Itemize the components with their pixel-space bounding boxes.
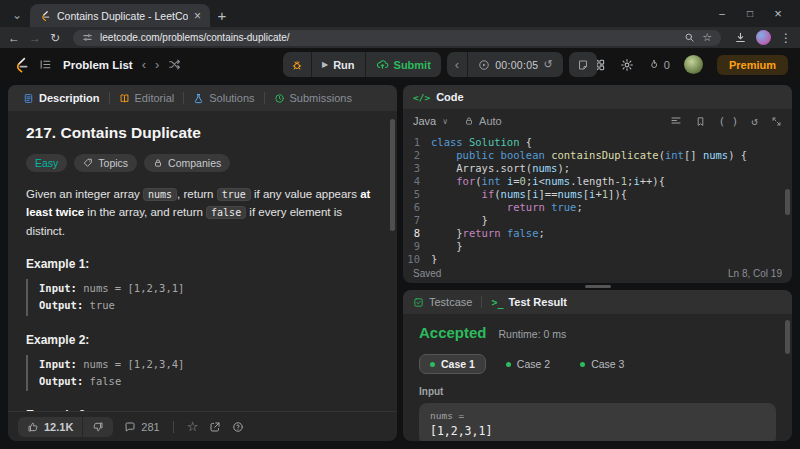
user-avatar[interactable] bbox=[684, 55, 703, 74]
code-line[interactable]: 6 return true; bbox=[403, 201, 792, 214]
site-settings-icon[interactable] bbox=[82, 32, 93, 43]
companies-label: Companies bbox=[168, 157, 221, 169]
browser-tab[interactable]: Contains Duplicate - LeetCode × bbox=[30, 4, 210, 27]
format-lines-icon[interactable] bbox=[670, 115, 682, 127]
shuffle-icon[interactable] bbox=[168, 58, 181, 71]
code-line[interactable]: 8 }return false; bbox=[403, 227, 792, 240]
code-text: Arrays.sort(nums); bbox=[431, 162, 570, 175]
zoom-icon[interactable] bbox=[684, 32, 695, 43]
daily-streak[interactable]: 0 bbox=[648, 58, 670, 71]
editor-actions: ( ) ↺ bbox=[670, 115, 783, 128]
timer-collapse-button[interactable]: ‹ bbox=[447, 52, 467, 77]
code-line[interactable]: 4 for(int i=0;i<nums.length-1;i++){ bbox=[403, 175, 792, 188]
description-footer: 12.1K 281 ☆ bbox=[8, 411, 397, 441]
bookmark-icon[interactable] bbox=[695, 116, 706, 127]
submit-button[interactable]: Submit bbox=[365, 52, 441, 77]
comments-button[interactable]: 281 bbox=[124, 421, 159, 433]
favorite-star-icon[interactable]: ☆ bbox=[187, 419, 199, 434]
timer-reset-icon[interactable]: ↺ bbox=[543, 58, 552, 71]
problem-list-label: Problem List bbox=[63, 59, 133, 71]
editor-scrollbar[interactable] bbox=[785, 189, 790, 215]
browser-menu-icon[interactable]: ⋮ bbox=[780, 31, 792, 45]
new-tab-button[interactable]: + bbox=[210, 3, 234, 27]
address-bar[interactable]: leetcode.com/problems/contains-duplicate… bbox=[73, 30, 721, 46]
note-icon bbox=[577, 59, 589, 71]
topics-badge[interactable]: Topics bbox=[74, 154, 137, 172]
streak-count: 0 bbox=[664, 59, 670, 71]
editor-toolbar: Java ∨ Auto bbox=[403, 109, 792, 133]
divider bbox=[264, 92, 265, 104]
browser-profile-avatar[interactable] bbox=[756, 30, 771, 45]
autocomplete-toggle[interactable]: Auto bbox=[464, 115, 502, 127]
code-line[interactable]: 5 if(nums[i]==nums[i+1]){ bbox=[403, 188, 792, 201]
tab-close-button[interactable]: × bbox=[194, 10, 201, 22]
next-problem-button[interactable]: › bbox=[155, 58, 159, 71]
notes-button[interactable] bbox=[569, 52, 597, 77]
panel-resize-row bbox=[403, 283, 792, 290]
close-button[interactable]: × bbox=[768, 5, 788, 21]
description-body: 217. Contains Duplicate Easy Topics Comp… bbox=[8, 111, 397, 411]
check-square-icon bbox=[413, 297, 424, 308]
fullscreen-icon[interactable] bbox=[771, 116, 782, 127]
header-right-controls: 0 Premium bbox=[592, 55, 788, 75]
code-line[interactable]: 2 public boolean containsDuplicate(int[]… bbox=[403, 149, 792, 162]
download-icon[interactable] bbox=[734, 31, 747, 44]
code-line[interactable]: 7 } bbox=[403, 214, 792, 227]
output-label: Output: bbox=[39, 299, 83, 311]
premium-button[interactable]: Premium bbox=[717, 55, 788, 75]
resize-handle[interactable] bbox=[585, 285, 611, 288]
code-text: return true; bbox=[431, 201, 583, 214]
code-text: }return false; bbox=[431, 227, 545, 240]
lock-icon bbox=[464, 116, 474, 126]
settings-gear-icon[interactable] bbox=[620, 58, 634, 72]
reload-button[interactable]: ↻ bbox=[50, 32, 60, 44]
tab-testcase[interactable]: Testcase bbox=[413, 296, 472, 308]
debugger-button[interactable] bbox=[283, 52, 311, 77]
testcase-input-box[interactable]: nums = [1,2,3,1] bbox=[419, 403, 776, 441]
leetcode-logo[interactable] bbox=[12, 56, 30, 74]
tab-submissions[interactable]: Submissions bbox=[267, 92, 359, 104]
back-button[interactable]: ← bbox=[8, 32, 20, 44]
case-1-button[interactable]: Case 1 bbox=[419, 354, 486, 374]
line-number: 7 bbox=[403, 214, 431, 227]
code-line[interactable]: 9 } bbox=[403, 240, 792, 253]
like-button[interactable]: 12.1K bbox=[18, 417, 82, 437]
case-3-button[interactable]: Case 3 bbox=[570, 354, 634, 374]
prev-problem-button[interactable]: ‹ bbox=[142, 58, 146, 71]
problem-list-button[interactable]: Problem List bbox=[39, 58, 133, 71]
runtime-text: Runtime: 0 ms bbox=[499, 328, 567, 340]
tab-test-result[interactable]: >_ Test Result bbox=[491, 296, 567, 308]
share-icon[interactable] bbox=[209, 421, 221, 433]
tab-editorial[interactable]: Editorial bbox=[112, 92, 182, 104]
code-text: public boolean containsDuplicate(int[] n… bbox=[431, 149, 747, 162]
brackets-icon[interactable]: ( ) bbox=[719, 115, 739, 128]
terminal-icon: >_ bbox=[491, 297, 503, 308]
dislike-button[interactable] bbox=[82, 417, 113, 437]
tab-solutions[interactable]: Solutions bbox=[186, 92, 261, 104]
result-scrollbar[interactable] bbox=[785, 320, 790, 354]
companies-badge[interactable]: Companies bbox=[144, 154, 230, 172]
tab-search-button[interactable]: ⌄ bbox=[4, 3, 30, 27]
timer-display[interactable]: 00:00:05 ↺ bbox=[467, 52, 563, 77]
minimize-button[interactable]: – bbox=[712, 5, 732, 21]
difficulty-badge[interactable]: Easy bbox=[26, 154, 67, 172]
url-text: leetcode.com/problems/contains-duplicate… bbox=[100, 32, 677, 43]
code-line[interactable]: 1class Solution { bbox=[403, 136, 792, 149]
case-2-button[interactable]: Case 2 bbox=[496, 354, 560, 374]
maximize-button[interactable]: □ bbox=[740, 5, 760, 21]
leetcode-favicon bbox=[39, 10, 51, 22]
code-line[interactable]: 3 Arrays.sort(nums); bbox=[403, 162, 792, 175]
code-editor[interactable]: 1class Solution {2 public boolean contai… bbox=[403, 133, 792, 264]
thumbs-up-icon bbox=[27, 421, 39, 433]
description-scrollbar[interactable] bbox=[390, 119, 395, 231]
run-button[interactable]: ▶ Run bbox=[311, 52, 365, 77]
forward-button[interactable]: → bbox=[29, 32, 41, 44]
tab-description[interactable]: Description bbox=[16, 92, 107, 104]
like-count: 12.1K bbox=[44, 421, 73, 433]
code-line[interactable]: 10} bbox=[403, 253, 792, 264]
reset-code-icon[interactable]: ↺ bbox=[751, 115, 758, 128]
help-icon[interactable] bbox=[232, 421, 244, 433]
bookmark-star-icon[interactable]: ☆ bbox=[702, 32, 712, 43]
language-selector[interactable]: Java bbox=[413, 115, 436, 127]
statement-text: , return bbox=[177, 188, 217, 200]
